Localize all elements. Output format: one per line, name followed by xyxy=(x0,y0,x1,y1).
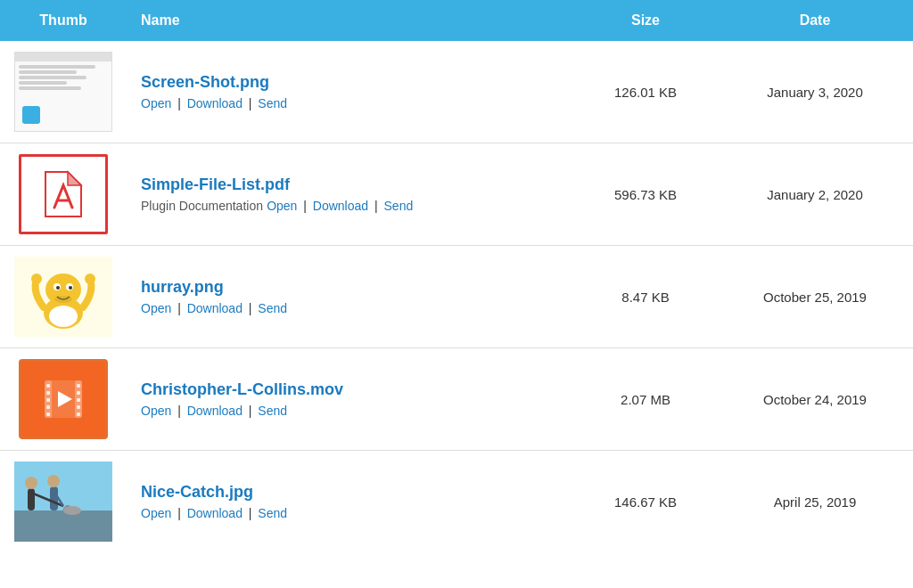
svg-point-27 xyxy=(25,477,37,489)
send-link[interactable]: Send xyxy=(258,404,287,418)
size-cell-simple-file-list: 596.73 KB xyxy=(574,143,717,246)
svg-rect-13 xyxy=(46,384,50,388)
file-actions: Open | Download | Send xyxy=(141,301,287,315)
col-size-header: Size xyxy=(574,0,717,41)
table-row: hurray.png Open | Download | Send 8.47 K… xyxy=(0,246,913,348)
file-name-link[interactable]: hurray.png xyxy=(141,278,560,297)
fish-thumbnail xyxy=(14,461,112,542)
svg-rect-25 xyxy=(14,510,112,542)
separator: | xyxy=(374,199,378,213)
size-cell-nice-catch: 146.67 KB xyxy=(574,451,717,553)
date-cell-christopher-l-collins: October 24, 2019 xyxy=(717,348,913,451)
svg-point-6 xyxy=(69,286,72,290)
svg-point-30 xyxy=(63,506,81,515)
pdf-thumbnail xyxy=(19,154,108,234)
svg-point-5 xyxy=(56,286,60,290)
name-cell-hurray: hurray.png Open | Download | Send xyxy=(127,246,574,348)
separator: | xyxy=(177,96,181,110)
screenshot-thumbnail xyxy=(14,52,112,132)
download-link[interactable]: Download xyxy=(187,506,243,520)
svg-rect-17 xyxy=(46,412,50,416)
file-list-table: Thumb Name Size Date Screen-Shot.png Op xyxy=(0,0,913,552)
file-name-link[interactable]: Nice-Catch.jpg xyxy=(141,483,560,502)
thumb-cell-christopher-l-collins xyxy=(0,348,127,451)
separator: | xyxy=(177,506,181,520)
send-link[interactable]: Send xyxy=(258,96,287,110)
send-link[interactable]: Send xyxy=(258,506,287,520)
name-cell-screen-shot: Screen-Shot.png Open | Download | Send xyxy=(127,41,574,143)
svg-point-9 xyxy=(85,274,95,284)
separator: | xyxy=(249,506,252,520)
file-actions: Open | Download | Send xyxy=(267,199,413,213)
svg-rect-26 xyxy=(28,488,35,510)
svg-rect-16 xyxy=(46,405,50,409)
col-date-header: Date xyxy=(717,0,913,41)
name-cell-nice-catch: Nice-Catch.jpg Open | Download | Send xyxy=(127,451,574,553)
file-description: Plugin Documentation xyxy=(141,199,263,213)
svg-rect-15 xyxy=(46,398,50,402)
name-cell-simple-file-list: Simple-File-List.pdf Plugin Documentatio… xyxy=(127,143,574,246)
thumb-cell-simple-file-list xyxy=(0,143,127,246)
file-actions: Open | Download | Send xyxy=(141,96,287,110)
separator: | xyxy=(249,96,252,110)
svg-rect-20 xyxy=(77,398,80,402)
video-thumbnail xyxy=(19,359,108,439)
table-row: Screen-Shot.png Open | Download | Send 1… xyxy=(0,41,913,143)
name-cell-christopher-l-collins: Christopher-L-Collins.mov Open | Downloa… xyxy=(127,348,574,451)
download-link[interactable]: Download xyxy=(187,96,243,110)
thumb-cell-screen-shot xyxy=(0,41,127,143)
separator: | xyxy=(303,199,307,213)
open-link[interactable]: Open xyxy=(141,96,171,110)
svg-rect-14 xyxy=(46,391,50,395)
size-cell-hurray: 8.47 KB xyxy=(574,246,717,348)
date-cell-screen-shot: January 3, 2020 xyxy=(717,41,913,143)
svg-rect-21 xyxy=(77,405,80,409)
thumb-cell-hurray xyxy=(0,246,127,348)
file-name-link[interactable]: Christopher-L-Collins.mov xyxy=(141,380,560,399)
svg-point-1 xyxy=(49,306,78,327)
date-cell-hurray: October 25, 2019 xyxy=(717,246,913,348)
separator: | xyxy=(249,301,252,315)
send-link[interactable]: Send xyxy=(258,301,287,315)
download-link[interactable]: Download xyxy=(187,404,243,418)
open-link[interactable]: Open xyxy=(141,404,171,418)
open-link[interactable]: Open xyxy=(267,199,297,213)
open-link[interactable]: Open xyxy=(141,301,171,315)
svg-rect-28 xyxy=(50,486,58,510)
svg-rect-19 xyxy=(77,391,80,395)
table-row: Nice-Catch.jpg Open | Download | Send 14… xyxy=(0,451,913,553)
date-cell-nice-catch: April 25, 2019 xyxy=(717,451,913,553)
col-name-header: Name xyxy=(127,0,574,41)
table-row: Christopher-L-Collins.mov Open | Downloa… xyxy=(0,348,913,451)
thumb-cell-nice-catch xyxy=(0,451,127,553)
file-actions: Open | Download | Send xyxy=(141,506,287,520)
svg-point-7 xyxy=(54,296,72,303)
download-link[interactable]: Download xyxy=(313,199,368,213)
separator: | xyxy=(177,404,181,418)
file-actions: Open | Download | Send xyxy=(141,404,287,418)
table-row: Simple-File-List.pdf Plugin Documentatio… xyxy=(0,143,913,246)
open-link[interactable]: Open xyxy=(141,506,171,520)
svg-point-8 xyxy=(31,274,42,284)
homer-thumbnail xyxy=(14,257,112,337)
size-cell-screen-shot: 126.01 KB xyxy=(574,41,717,143)
file-name-link[interactable]: Screen-Shot.png xyxy=(141,73,560,92)
svg-rect-22 xyxy=(77,412,80,416)
svg-point-29 xyxy=(47,475,60,487)
size-cell-christopher-l-collins: 2.07 MB xyxy=(574,348,717,451)
separator: | xyxy=(177,301,181,315)
col-thumb-header: Thumb xyxy=(0,0,127,41)
date-cell-simple-file-list: January 2, 2020 xyxy=(717,143,913,246)
send-link[interactable]: Send xyxy=(384,199,414,213)
download-link[interactable]: Download xyxy=(187,301,243,315)
table-header-row: Thumb Name Size Date xyxy=(0,0,913,41)
file-name-link[interactable]: Simple-File-List.pdf xyxy=(141,176,560,194)
separator: | xyxy=(249,404,252,418)
svg-rect-18 xyxy=(77,384,80,388)
